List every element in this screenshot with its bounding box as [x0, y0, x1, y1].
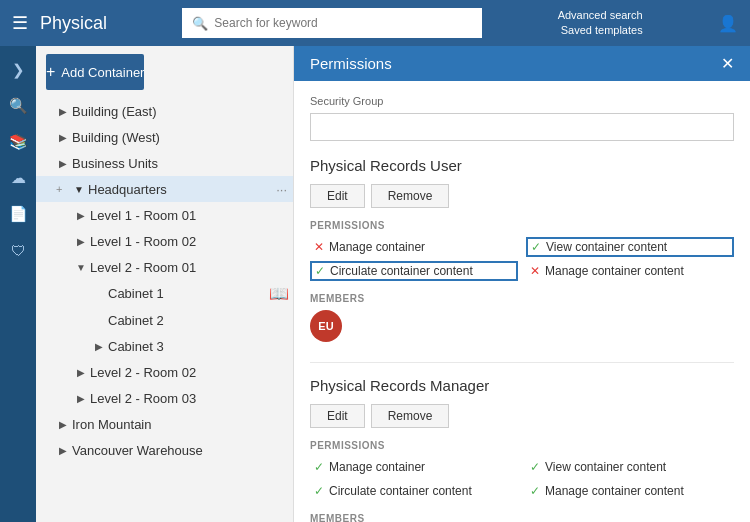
tree-item-label: Headquarters — [88, 182, 276, 197]
members-label-manager: MEMBERS — [310, 513, 734, 522]
role-buttons-user: Edit Remove — [310, 184, 734, 208]
item-actions[interactable]: ··· — [276, 182, 287, 197]
permissions-title: Permissions — [310, 55, 392, 72]
tree-item-level2-room03[interactable]: ▶ Level 2 - Room 03 — [36, 385, 293, 411]
arrow-icon: ▶ — [54, 441, 72, 459]
add-child-icon[interactable]: + — [56, 183, 70, 195]
hamburger-icon[interactable]: ☰ — [12, 12, 28, 34]
role-buttons-manager: Edit Remove — [310, 404, 734, 428]
security-group-label: Security Group — [310, 95, 734, 107]
book-icon: 📖 — [269, 284, 289, 303]
tree-item-label: Level 1 - Room 01 — [90, 208, 293, 223]
tree-item-iron-mountain[interactable]: ▶ Iron Mountain — [36, 411, 293, 437]
security-group-input[interactable] — [310, 113, 734, 141]
tree-item-headquarters[interactable]: + ▼ Headquarters ··· — [36, 176, 293, 202]
permissions-body: Security Group Physical Records User Edi… — [294, 81, 750, 522]
shield-sidebar-icon[interactable]: 🛡 — [2, 234, 34, 266]
perm-manage-container-content: ✕ Manage container content — [526, 261, 734, 281]
tree-item-label: Level 2 - Room 01 — [90, 260, 293, 275]
plus-icon: + — [46, 63, 55, 81]
perm-label: Manage container content — [545, 264, 684, 278]
perm-view-container-content-mgr: ✓ View container content — [526, 457, 734, 477]
check-icon: ✓ — [314, 484, 324, 498]
tree-item-label: Business Units — [72, 156, 293, 171]
tree-item-label: Level 2 - Room 03 — [90, 391, 293, 406]
add-container-button[interactable]: + Add Container — [46, 54, 144, 90]
x-icon: ✕ — [314, 240, 324, 254]
permissions-label-manager: PERMISSIONS — [310, 440, 734, 451]
close-icon[interactable]: ✕ — [721, 54, 734, 73]
tree-item-cabinet2[interactable]: Cabinet 2 — [36, 307, 293, 333]
role-title-user: Physical Records User — [310, 157, 734, 174]
tree-item-vancouver-warehouse[interactable]: ▶ Vancouver Warehouse — [36, 437, 293, 463]
edit-button-manager[interactable]: Edit — [310, 404, 365, 428]
perm-label: Circulate container content — [329, 484, 472, 498]
arrow-icon: ▼ — [72, 258, 90, 276]
edit-button-user[interactable]: Edit — [310, 184, 365, 208]
perm-label: View container content — [546, 240, 667, 254]
x-icon: ✕ — [530, 264, 540, 278]
permissions-grid-manager: ✓ Manage container ✓ View container cont… — [310, 457, 734, 501]
tree-panel: + Add Container ▶ Building (East) ▶ Buil… — [36, 46, 294, 522]
permissions-grid-user: ✕ Manage container ✓ View container cont… — [310, 237, 734, 281]
tree-item-label: Iron Mountain — [72, 417, 293, 432]
arrow-icon: ▼ — [70, 180, 88, 198]
perm-manage-container-mgr: ✓ Manage container — [310, 457, 518, 477]
role-section-user: Physical Records User Edit Remove PERMIS… — [310, 157, 734, 342]
tree-item-level1-room01[interactable]: ▶ Level 1 - Room 01 — [36, 202, 293, 228]
perm-label: Circulate container content — [330, 264, 473, 278]
advanced-search-link[interactable]: Advanced search Saved templates — [558, 8, 643, 39]
check-icon: ✓ — [314, 460, 324, 474]
tree-item-label: Level 2 - Room 02 — [90, 365, 293, 380]
divider — [310, 362, 734, 363]
add-container-label: Add Container — [61, 65, 144, 80]
tree-item-label: Vancouver Warehouse — [72, 443, 293, 458]
permissions-panel: Permissions ✕ Security Group Physical Re… — [294, 46, 750, 522]
tree-item-building-east[interactable]: ▶ Building (East) — [36, 98, 293, 124]
main-layout: ❯ 🔍 📚 ☁ 📄 🛡 + Add Container ▶ Building (… — [0, 46, 750, 522]
remove-button-user[interactable]: Remove — [371, 184, 450, 208]
search-icon: 🔍 — [192, 16, 208, 31]
search-box: 🔍 — [182, 8, 482, 38]
tree-item-building-west[interactable]: ▶ Building (West) — [36, 124, 293, 150]
tree-item-cabinet1[interactable]: Cabinet 1 📖 — [36, 280, 293, 307]
tree-item-business-units[interactable]: ▶ Business Units — [36, 150, 293, 176]
members-row-user: EU — [310, 310, 734, 342]
tree-item-level2-room01[interactable]: ▼ Level 2 - Room 01 — [36, 254, 293, 280]
perm-label: Manage container content — [545, 484, 684, 498]
cloud-sidebar-icon[interactable]: ☁ — [2, 162, 34, 194]
document-icon[interactable]: 📄 — [2, 198, 34, 230]
search-input[interactable] — [214, 16, 472, 30]
perm-manage-container: ✕ Manage container — [310, 237, 518, 257]
arrow-icon: ▶ — [72, 363, 90, 381]
permissions-header: Permissions ✕ — [294, 46, 750, 81]
records-icon[interactable]: 📚 — [2, 126, 34, 158]
search-sidebar-icon[interactable]: 🔍 — [2, 90, 34, 122]
role-section-manager: Physical Records Manager Edit Remove PER… — [310, 377, 734, 522]
sidebar-icons: ❯ 🔍 📚 ☁ 📄 🛡 — [0, 46, 36, 522]
perm-label: Manage container — [329, 460, 425, 474]
app-title: Physical — [40, 13, 107, 34]
tree-item-label: Building (East) — [72, 104, 293, 119]
arrow-icon: ▶ — [54, 154, 72, 172]
check-icon: ✓ — [315, 264, 325, 278]
perm-label: Manage container — [329, 240, 425, 254]
arrow-icon: ▶ — [54, 415, 72, 433]
user-icon[interactable]: 👤 — [718, 14, 738, 33]
perm-label: View container content — [545, 460, 666, 474]
role-title-manager: Physical Records Manager — [310, 377, 734, 394]
tree-item-level1-room02[interactable]: ▶ Level 1 - Room 02 — [36, 228, 293, 254]
tree-item-level2-room02[interactable]: ▶ Level 2 - Room 02 — [36, 359, 293, 385]
tree-item-cabinet3[interactable]: ▶ Cabinet 3 — [36, 333, 293, 359]
tree-item-label: Cabinet 2 — [108, 313, 293, 328]
tree-item-label: Cabinet 3 — [108, 339, 293, 354]
collapse-icon[interactable]: ❯ — [2, 54, 34, 86]
perm-manage-container-content-mgr: ✓ Manage container content — [526, 481, 734, 501]
tree-item-label: Cabinet 1 — [108, 286, 269, 301]
perm-circulate-container-content-mgr: ✓ Circulate container content — [310, 481, 518, 501]
members-label-user: MEMBERS — [310, 293, 734, 304]
remove-button-manager[interactable]: Remove — [371, 404, 450, 428]
check-icon: ✓ — [530, 484, 540, 498]
check-icon: ✓ — [531, 240, 541, 254]
arrow-icon: ▶ — [72, 206, 90, 224]
